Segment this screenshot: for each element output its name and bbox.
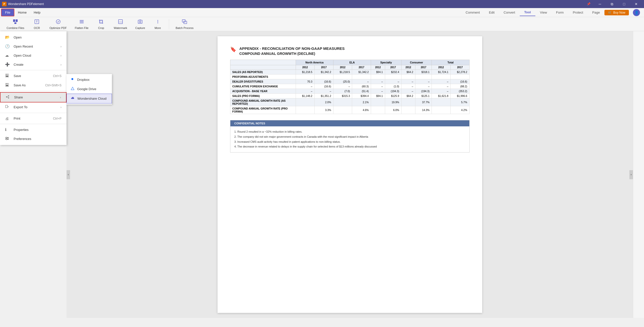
tab-protect[interactable]: Protect <box>568 9 588 16</box>
left-collapse-handle[interactable]: ‹ <box>67 170 70 179</box>
table-row: PROFORMA ADJUSTMENTS <box>230 75 469 79</box>
menu-item-home[interactable]: Home <box>14 9 30 16</box>
optimize-pdf-btn[interactable]: Optimize PDF <box>46 18 70 30</box>
watermark-btn[interactable]: WM Watermark <box>110 18 131 30</box>
minimize-btn[interactable]: ─ <box>594 0 606 8</box>
more-btn[interactable]: More <box>150 18 166 30</box>
pdf-title: APPENDIX - RECONCILIATION OF NON-GAAP ME… <box>239 46 345 51</box>
svg-rect-3 <box>16 19 18 22</box>
wondershare-cloud-icon <box>71 96 75 101</box>
year-2012-spec: 2012 <box>371 65 385 70</box>
year-2017-ela: 2017 <box>352 65 371 70</box>
svg-point-38 <box>6 139 7 140</box>
confidential-body: 1. Round 2 resulted in a ~32% reduction … <box>230 126 469 152</box>
svg-rect-4 <box>14 22 16 24</box>
svg-point-18 <box>157 22 158 23</box>
table-row: SALES (AS REPORTED) $1,218.5$1,342.2 $1,… <box>230 70 469 75</box>
save-icon <box>5 74 11 78</box>
menu-preferences[interactable]: Preferences <box>0 134 67 143</box>
cart-icon: 🛒 <box>608 11 612 14</box>
tab-comment[interactable]: Comment <box>461 9 484 16</box>
toolbar: Combine Files T OCR Optimize PDF Flatten… <box>0 17 644 31</box>
table-row: CUMULATIVE FOREIGN EXCHANGE –(16.6) –(60… <box>230 84 469 89</box>
right-sidebar <box>633 31 644 318</box>
svg-line-31 <box>7 97 8 98</box>
svg-rect-25 <box>6 85 8 86</box>
note-4: 4. The decrease in revenue related to de… <box>234 144 465 149</box>
tab-page[interactable]: Page <box>588 9 604 16</box>
menu-save-as[interactable]: Save As Ctrl+Shift+S <box>0 81 67 90</box>
separator-2 <box>0 91 67 91</box>
table-row: DEALER DIVESTITURES 70.3(16.6) (25.0)– –… <box>230 79 469 84</box>
tab-tool[interactable]: Tool <box>520 9 535 16</box>
menu-properties[interactable]: ℹ Properties <box>0 125 67 134</box>
share-icon <box>6 95 11 100</box>
pdf-data-table: North America ELA Specialty Consumer Tot… <box>230 60 470 114</box>
menu-save[interactable]: Save Ctrl+S <box>0 71 67 81</box>
table-row: COMPOUND ANNUAL GROWTH RATE (PRO FORMA) … <box>230 106 469 114</box>
pin-btn[interactable]: 📌 <box>585 1 592 7</box>
user-avatar[interactable]: 👤 <box>633 9 640 16</box>
tab-form[interactable]: Form <box>551 9 568 16</box>
share-submenu: Dropbox Google Drive Wondershare Cloud <box>67 74 112 104</box>
batch-process-btn[interactable]: Batch Process <box>172 18 197 30</box>
menu-export-to[interactable]: Export To › <box>0 102 67 112</box>
menu-create[interactable]: ➕ Create › <box>0 60 67 69</box>
note-1: 1. Round 2 resulted in a ~32% reduction … <box>234 129 465 134</box>
col-specialty: Specialty <box>371 60 401 65</box>
restore-btn[interactable]: ⧉ <box>606 0 618 8</box>
svg-rect-32 <box>6 105 8 108</box>
svg-point-28 <box>6 96 7 97</box>
separator-3 <box>0 113 67 113</box>
crop-btn[interactable]: Crop <box>93 18 109 30</box>
tab-edit[interactable]: Edit <box>484 9 499 16</box>
tab-convert[interactable]: Convert <box>499 9 520 16</box>
capture-icon <box>137 19 143 26</box>
note-3: 3. Increased CMS audit activity has resu… <box>234 139 465 144</box>
tab-view[interactable]: View <box>535 9 551 16</box>
menu-open[interactable]: 📂 Open <box>0 33 67 42</box>
flatten-file-btn[interactable]: Flatten File <box>71 18 92 30</box>
dropbox-icon <box>71 77 75 82</box>
file-menu: 📂 Open 🕐 Open Recent › ☁ Open Cloud › ➕ … <box>0 31 67 145</box>
flatten-file-label: Flatten File <box>75 26 88 29</box>
svg-point-37 <box>7 138 8 139</box>
table-row: SALES (PRO FORMA) $1,148.2$1,351.2 $315.… <box>230 94 469 98</box>
col-total: Total <box>432 60 469 65</box>
share-arrow: › <box>60 95 61 99</box>
table-row: COMPOUND ANNUAL GROWTH RATE (AS REPORTED… <box>230 98 469 106</box>
combine-files-label: Combine Files <box>7 26 24 29</box>
menu-share[interactable]: Share › <box>0 92 67 102</box>
year-2012-total: 2012 <box>432 65 451 70</box>
buy-now-btn[interactable]: 🛒 Buy Now <box>604 10 629 15</box>
close-btn[interactable]: ✕ <box>630 0 642 8</box>
menu-item-file[interactable]: File <box>1 9 14 16</box>
pdf-area[interactable]: 🔖 APPENDIX - RECONCILIATION OF NON-GAAP … <box>67 31 633 318</box>
share-dropbox[interactable]: Dropbox <box>67 75 112 84</box>
more-icon <box>155 19 161 26</box>
right-collapse-handle[interactable]: › <box>629 170 633 179</box>
combine-files-btn[interactable]: Combine Files <box>3 18 28 30</box>
menu-item-help[interactable]: Help <box>30 9 44 16</box>
capture-label: Capture <box>135 26 145 29</box>
bookmark-icon: 🔖 <box>230 46 236 52</box>
year-2017-cons: 2017 <box>415 65 432 70</box>
open-recent-arrow: › <box>60 45 62 48</box>
year-2017-spec: 2017 <box>385 65 401 70</box>
menu-print[interactable]: 🖨 Print Ctrl+P <box>0 114 67 123</box>
menu-open-cloud[interactable]: ☁ Open Cloud › <box>0 51 67 60</box>
ocr-btn[interactable]: T OCR <box>29 18 45 30</box>
open-icon: 📂 <box>5 35 11 40</box>
maximize-btn[interactable]: □ <box>618 0 630 8</box>
capture-btn[interactable]: Capture <box>132 18 149 30</box>
year-2017-na: 2017 <box>315 65 333 70</box>
menu-open-recent[interactable]: 🕐 Open Recent › <box>0 42 67 51</box>
open-cloud-arrow: › <box>60 54 62 57</box>
year-2012-ela: 2012 <box>333 65 352 70</box>
batch-process-icon <box>182 19 187 26</box>
window-controls: ─ ⧉ □ ✕ <box>594 0 642 8</box>
share-google-drive[interactable]: Google Drive <box>67 84 112 94</box>
open-recent-icon: 🕐 <box>5 44 11 49</box>
watermark-icon: WM <box>118 19 123 26</box>
share-wondershare-cloud[interactable]: Wondershare Cloud <box>67 94 112 103</box>
